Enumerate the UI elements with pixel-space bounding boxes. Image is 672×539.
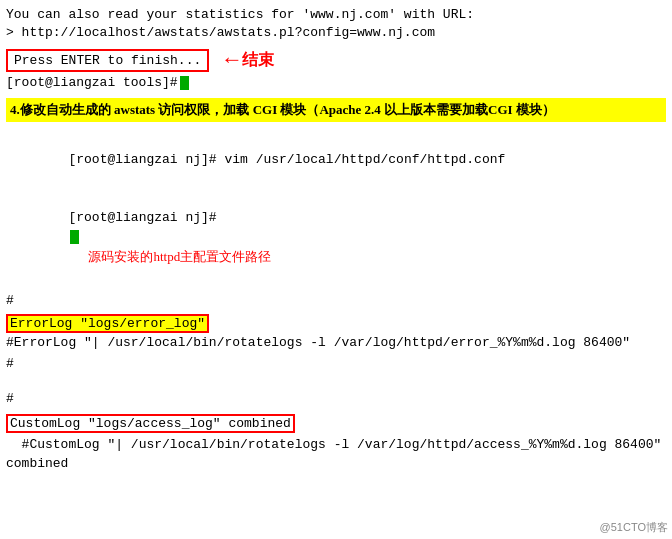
cmd-line1: [root@liangzai nj]# vim /usr/local/httpd…	[6, 130, 666, 189]
commented-errorlog: #ErrorLog "| /usr/local/bin/rotatelogs -…	[6, 335, 666, 350]
yellow-section: 4.修改自动生成的 awstats 访问权限，加载 CGI 模块（Apache …	[6, 98, 666, 122]
yellow-text: 4.修改自动生成的 awstats 访问权限，加载 CGI 模块（Apache …	[10, 102, 555, 117]
annotation-text: 结束	[242, 50, 274, 71]
press-enter-row: Press ENTER to finish... ← 结束	[6, 48, 666, 73]
cmd-line2: [root@liangzai nj]# 源码安装的httpd主配置文件路径	[6, 189, 666, 288]
url-line2: > http://localhost/awstats/awstats.pl?co…	[6, 24, 666, 42]
terminal-section: [root@liangzai nj]# vim /usr/local/httpd…	[6, 128, 666, 289]
customlog-box: CustomLog "logs/access_log" combined	[6, 414, 295, 433]
red-comment: 源码安装的httpd主配置文件路径	[88, 249, 271, 264]
errorlog-highlighted-line: ErrorLog "logs/error_log"	[6, 314, 666, 335]
cursor-1	[180, 76, 189, 90]
hash-line-3: #	[6, 391, 666, 406]
error-log-section: ErrorLog "logs/error_log" #ErrorLog "| /…	[6, 314, 666, 350]
hash-line-2: #	[6, 356, 666, 371]
customlog-commented: #CustomLog "| /usr/local/bin/rotatelogs …	[6, 435, 666, 474]
cursor-2	[70, 230, 79, 244]
top-section: You can also read your statistics for 'w…	[6, 4, 666, 44]
watermark: @51CTO博客	[600, 520, 668, 535]
custom-log-section: CustomLog "logs/access_log" combined #Cu…	[6, 414, 666, 474]
hash-line-1: #	[6, 293, 666, 308]
errorlog-box: ErrorLog "logs/error_log"	[6, 314, 209, 333]
arrow-annotation: ← 结束	[225, 48, 274, 73]
url-line1: You can also read your statistics for 'w…	[6, 6, 666, 24]
root-prompt-1: [root@liangzai tools]#	[6, 75, 666, 90]
customlog-highlighted-line: CustomLog "logs/access_log" combined	[6, 414, 666, 435]
spacer-1	[6, 375, 666, 387]
left-arrow-icon: ←	[225, 48, 238, 73]
press-enter-box: Press ENTER to finish...	[6, 49, 209, 72]
